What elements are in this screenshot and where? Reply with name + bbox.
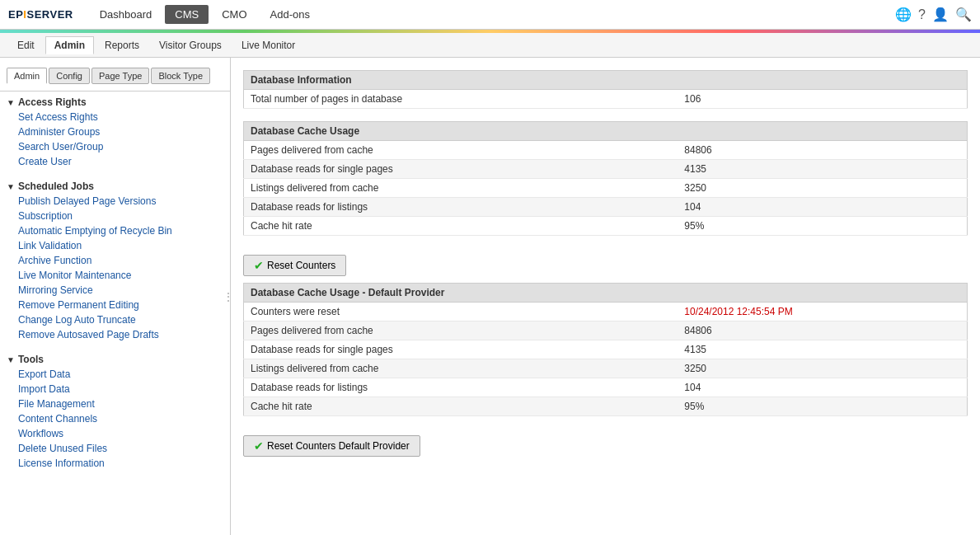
table-row: Database reads for single pages 4135 [244, 160, 968, 179]
section-scheduled-jobs-header[interactable]: ▼ Scheduled Jobs [0, 176, 230, 194]
top-bar-right: 🌐 ? 👤 🔍 [895, 7, 972, 22]
db-cache-value-4: 95% [678, 217, 967, 236]
sidebar-tab-admin[interactable]: Admin [7, 68, 47, 84]
sidebar-item-file-management[interactable]: File Management [0, 397, 230, 411]
db-cache-label-0: Pages delivered from cache [244, 141, 678, 160]
tab-live-monitor[interactable]: Live Monitor [232, 36, 304, 54]
db-cache-def-value-1: 84806 [678, 321, 967, 340]
reset-counters-button[interactable]: ✔ Reset Counters [243, 255, 346, 276]
user-icon[interactable]: 👤 [932, 7, 949, 22]
triangle-icon-2: ▼ [7, 182, 15, 191]
top-nav: Dashboard CMS CMO Add-ons [90, 5, 895, 24]
db-info-label-0: Total number of pages in database [244, 90, 678, 109]
db-cache-def-value-0: 10/24/2012 12:45:54 PM [678, 303, 967, 321]
table-row: Database reads for listings 104 [244, 378, 968, 397]
sidebar-item-publish-delayed[interactable]: Publish Delayed Page Versions [0, 194, 230, 209]
sidebar-item-link-validation[interactable]: Link Validation [0, 238, 230, 253]
table-row: Listings delivered from cache 3250 [244, 359, 968, 378]
db-cache-def-label-4: Database reads for listings [244, 378, 678, 397]
top-nav-dashboard[interactable]: Dashboard [90, 5, 162, 24]
db-cache-def-label-3: Listings delivered from cache [244, 359, 678, 378]
check-icon: ✔ [254, 259, 264, 272]
db-cache-section: Database Cache Usage Pages delivered fro… [243, 121, 968, 236]
sidebar-item-administer-groups[interactable]: Administer Groups [0, 124, 230, 139]
sidebar-item-auto-empty-recycle[interactable]: Automatic Emptying of Recycle Bin [0, 223, 230, 238]
reset-default-provider-button[interactable]: ✔ Reset Counters Default Provider [243, 435, 420, 457]
sidebar: Admin Config Page Type Block Type ▼ Acce… [0, 58, 231, 535]
db-cache-default-section: Database Cache Usage - Default Provider … [243, 283, 968, 416]
content-area: Database Information Total number of pag… [231, 58, 980, 535]
section-access-rights-label: Access Rights [18, 96, 87, 108]
logo-text: EPiSERVER [8, 8, 73, 21]
section-tools-header[interactable]: ▼ Tools [0, 349, 230, 367]
tab-edit[interactable]: Edit [8, 36, 44, 54]
logo: EPiSERVER [8, 8, 73, 21]
sidebar-item-remove-permanent-editing[interactable]: Remove Permanent Editing [0, 298, 230, 312]
tab-visitor-groups[interactable]: Visitor Groups [150, 36, 231, 54]
table-row: Database reads for listings 104 [244, 198, 968, 217]
top-bar: EPiSERVER Dashboard CMS CMO Add-ons 🌐 ? … [0, 0, 980, 30]
top-nav-addons[interactable]: Add-ons [260, 5, 320, 24]
top-nav-cms[interactable]: CMS [165, 5, 209, 24]
db-cache-value-0: 84806 [678, 141, 967, 160]
search-icon[interactable]: 🔍 [955, 7, 972, 22]
divider-1 [0, 169, 230, 176]
table-row: Pages delivered from cache 84806 [244, 321, 968, 340]
table-row: Total number of pages in database 106 [244, 90, 968, 109]
db-cache-default-header: Database Cache Usage - Default Provider [243, 283, 968, 302]
db-cache-def-label-1: Pages delivered from cache [244, 321, 678, 340]
sidebar-item-live-monitor-maintenance[interactable]: Live Monitor Maintenance [0, 268, 230, 283]
db-cache-def-value-2: 4135 [678, 340, 967, 359]
db-info-header: Database Information [243, 70, 968, 89]
sidebar-item-search-user-group[interactable]: Search User/Group [0, 139, 230, 154]
db-cache-def-label-0: Counters were reset [244, 303, 678, 321]
db-cache-label-2: Listings delivered from cache [244, 179, 678, 198]
sidebar-item-subscription[interactable]: Subscription [0, 209, 230, 223]
db-info-table: Total number of pages in database 106 [243, 89, 968, 109]
triangle-icon: ▼ [7, 98, 15, 107]
sidebar-tab-page-type[interactable]: Page Type [91, 68, 149, 84]
sidebar-tab-config[interactable]: Config [49, 68, 90, 84]
sidebar-item-content-channels[interactable]: Content Channels [0, 411, 230, 426]
sidebar-item-export-data[interactable]: Export Data [0, 367, 230, 382]
help-icon[interactable]: ? [918, 7, 926, 22]
db-cache-value-2: 3250 [678, 179, 967, 198]
sidebar-item-workflows[interactable]: Workflows [0, 426, 230, 441]
tab-reports[interactable]: Reports [96, 36, 148, 54]
sidebar-tabs: Admin Config Page Type Block Type [0, 64, 230, 92]
section-access-rights-header[interactable]: ▼ Access Rights [0, 92, 230, 110]
main-layout: Admin Config Page Type Block Type ▼ Acce… [0, 58, 980, 535]
table-row: Cache hit rate 95% [244, 397, 968, 416]
sidebar-tab-block-type[interactable]: Block Type [151, 68, 210, 84]
divider-2 [0, 342, 230, 349]
sidebar-item-create-user[interactable]: Create User [0, 154, 230, 169]
db-cache-def-value-3: 3250 [678, 359, 967, 378]
table-row: Cache hit rate 95% [244, 217, 968, 236]
sidebar-item-set-access-rights[interactable]: Set Access Rights [0, 110, 230, 124]
db-cache-label-1: Database reads for single pages [244, 160, 678, 179]
check-icon-2: ✔ [254, 439, 264, 453]
sidebar-item-mirroring-service[interactable]: Mirroring Service [0, 283, 230, 298]
table-row: Listings delivered from cache 3250 [244, 179, 968, 198]
db-cache-def-label-2: Database reads for single pages [244, 340, 678, 359]
db-cache-value-3: 104 [678, 198, 967, 217]
sidebar-item-delete-unused-files[interactable]: Delete Unused Files [0, 441, 230, 456]
sidebar-item-change-log-auto-truncate[interactable]: Change Log Auto Truncate [0, 312, 230, 327]
db-cache-label-3: Database reads for listings [244, 198, 678, 217]
resize-handle[interactable] [227, 58, 230, 535]
sidebar-item-import-data[interactable]: Import Data [0, 382, 230, 397]
db-cache-def-label-5: Cache hit rate [244, 397, 678, 416]
globe-icon[interactable]: 🌐 [895, 7, 912, 22]
db-info-value-0: 106 [678, 90, 967, 109]
db-cache-header: Database Cache Usage [243, 121, 968, 140]
db-cache-table: Pages delivered from cache 84806 Databas… [243, 140, 968, 236]
sidebar-item-license-information[interactable]: License Information [0, 456, 230, 471]
sidebar-item-remove-autosaved-drafts[interactable]: Remove Autosaved Page Drafts [0, 327, 230, 342]
section-scheduled-jobs-label: Scheduled Jobs [18, 181, 94, 192]
db-cache-label-4: Cache hit rate [244, 217, 678, 236]
table-row: Database reads for single pages 4135 [244, 340, 968, 359]
top-nav-cmo[interactable]: CMO [212, 5, 256, 24]
db-cache-default-table: Counters were reset 10/24/2012 12:45:54 … [243, 302, 968, 416]
sidebar-item-archive-function[interactable]: Archive Function [0, 253, 230, 268]
tab-admin[interactable]: Admin [45, 36, 94, 54]
